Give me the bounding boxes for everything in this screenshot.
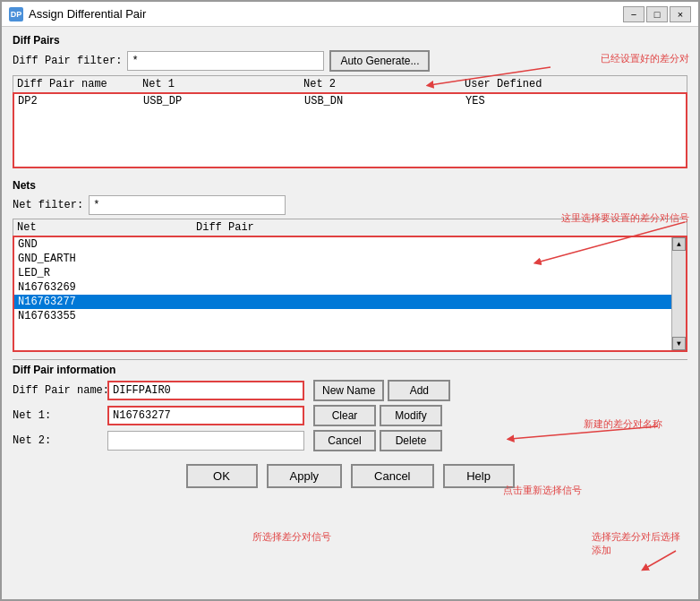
filter-row-nets: Net filter:	[13, 195, 687, 215]
diff-pair-name-label: Diff Pair name:	[13, 384, 102, 397]
col-net2: Net 2	[303, 78, 465, 90]
annotation-selected-signal: 所选择差分对信号	[252, 530, 331, 544]
diff-pairs-section: Diff Pairs Diff Pair filter: Auto Genera…	[13, 34, 687, 168]
cancel-inner-button[interactable]: Cancel	[313, 430, 376, 451]
net2-input[interactable]	[107, 431, 304, 451]
delete-button[interactable]: Delete	[380, 430, 442, 451]
list-item[interactable]: LED_R	[14, 266, 671, 280]
diff-pairs-table-body: DP2 USB_DP USB_DN YES	[13, 92, 687, 168]
nets-col-diffpair: Diff Pair	[196, 221, 375, 234]
list-item[interactable]: GND	[14, 237, 671, 252]
dp-net1: USB_DP	[143, 95, 304, 107]
nets-col-net: Net	[17, 221, 196, 234]
nets-table-header: Net Diff Pair	[13, 219, 687, 236]
cancel-button[interactable]: Cancel	[351, 464, 433, 488]
nets-scrollbar[interactable]: ▲ ▼	[671, 237, 686, 350]
name-buttons: New Name Add	[313, 380, 450, 401]
nets-list: GND GND_EARTH LED_R N16763269 N16763277 …	[14, 237, 671, 350]
list-item[interactable]: N16763277	[14, 295, 671, 309]
col-user-defined: User Defined	[465, 78, 572, 90]
diff-pair-name-input[interactable]	[107, 381, 304, 400]
modify-button[interactable]: Modify	[380, 405, 442, 426]
clear-button[interactable]: Clear	[313, 405, 376, 426]
scroll-down-button[interactable]: ▼	[672, 337, 686, 350]
col-name: Diff Pair name	[17, 78, 142, 90]
net2-buttons: Cancel Delete	[313, 430, 442, 451]
net-filter-label: Net filter:	[13, 199, 83, 211]
nets-table-body: GND GND_EARTH LED_R N16763269 N16763277 …	[13, 236, 687, 352]
net1-label: Net 1:	[13, 409, 102, 422]
table-row[interactable]: DP2 USB_DP USB_DN YES	[14, 94, 686, 108]
list-item[interactable]: N16763269	[14, 280, 671, 295]
diff-pair-info-label: Diff Pair information	[13, 364, 687, 376]
dp-name: DP2	[18, 95, 143, 107]
maximize-button[interactable]: □	[646, 6, 668, 22]
help-button[interactable]: Help	[443, 464, 515, 488]
auto-generate-button[interactable]: Auto Generate...	[329, 50, 430, 72]
net2-label: Net 2:	[13, 434, 102, 447]
title-bar: DP Assign Differential Pair − □ ×	[2, 2, 698, 27]
net-filter-input[interactable]	[89, 195, 286, 215]
dp-net2: USB_DN	[304, 95, 465, 107]
diff-filter-input[interactable]	[127, 51, 324, 71]
diff-pairs-label: Diff Pairs	[13, 34, 687, 47]
dp-user-defined: YES	[465, 95, 573, 107]
net1-input[interactable]	[107, 406, 304, 425]
add-button[interactable]: Add	[388, 380, 450, 401]
title-bar-controls: − □ ×	[623, 6, 691, 22]
main-window: DP Assign Differential Pair − □ × 已经设置好的…	[0, 0, 700, 601]
nets-section: Nets Net filter: Net Diff Pair GND GND_E…	[13, 179, 687, 352]
filter-row-diff: Diff Pair filter: Auto Generate...	[13, 50, 687, 72]
net1-row: Net 1: Clear Modify	[13, 405, 687, 426]
list-item[interactable]: GND_EARTH	[14, 252, 671, 266]
diff-pair-name-row: Diff Pair name: New Name Add	[13, 380, 687, 401]
close-button[interactable]: ×	[670, 6, 691, 22]
apply-button[interactable]: Apply	[267, 464, 343, 488]
diff-pairs-table-header: Diff Pair name Net 1 Net 2 User Defined	[13, 75, 687, 92]
list-item[interactable]: N16763355	[14, 309, 671, 323]
nets-label: Nets	[13, 179, 687, 192]
minimize-button[interactable]: −	[623, 6, 645, 22]
annotation-add-hint: 选择完差分对后选择添加	[592, 530, 680, 557]
col-net1: Net 1	[142, 78, 303, 90]
spacer1	[13, 170, 687, 176]
net2-row: Net 2: Cancel Delete	[13, 430, 687, 451]
ok-button[interactable]: OK	[186, 464, 258, 488]
diff-filter-label: Diff Pair filter:	[13, 55, 122, 67]
scroll-up-button[interactable]: ▲	[672, 237, 686, 251]
diff-pair-info-section: Diff Pair information 新建的差分对名称 Diff Pair…	[13, 359, 687, 451]
window-title: Assign Differential Pair	[29, 7, 618, 21]
net1-buttons: Clear Modify	[313, 405, 442, 426]
new-name-button[interactable]: New Name	[313, 380, 384, 401]
arrow-add-hint	[573, 546, 680, 573]
window-icon: DP	[9, 7, 23, 21]
bottom-buttons: OK Apply Cancel Help	[13, 459, 687, 494]
main-content: 已经设置好的差分对 Diff Pairs Diff Pair filter: A…	[2, 27, 698, 501]
